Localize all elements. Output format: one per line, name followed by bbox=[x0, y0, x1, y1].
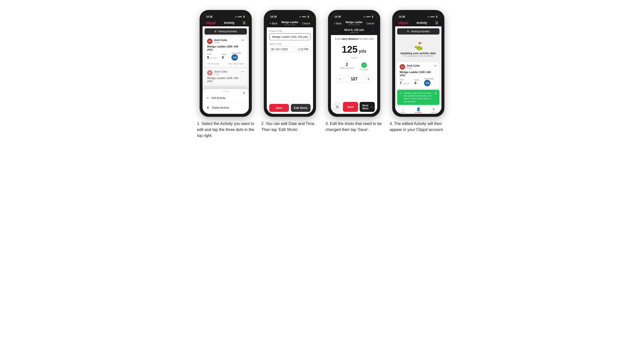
shot-score: Score 7/9 bbox=[344, 31, 364, 33]
shot-header: ← Shot 6, 125 yds Score 7/9 → bbox=[331, 27, 377, 35]
menu-icon-1[interactable]: ☰ bbox=[242, 21, 246, 25]
status-time-4: 14:38 bbox=[399, 15, 405, 18]
header-title-4: Activity bbox=[416, 21, 427, 25]
phones-row: 14:38 ▪▪▪ WiFi 🔋 clippd Activity ☰ bbox=[197, 10, 447, 139]
nav-title-2: Wedge Ladder bbox=[282, 21, 298, 24]
arrow-left-icon[interactable]: ← bbox=[334, 29, 338, 33]
signal-icon-3: ▪▪▪ bbox=[364, 16, 366, 18]
battery-icon-3: 🔋 bbox=[371, 16, 374, 18]
screen-content-4: ⚙ Viewing Activities ⛳ Updating your act… bbox=[395, 26, 442, 105]
status-icons-4: ▪▪▪ WiFi 🔋 bbox=[428, 16, 438, 18]
delete-activity-item[interactable]: 🗑 Delete Activity bbox=[202, 103, 249, 112]
edit-icon: ✏ bbox=[206, 96, 209, 100]
score-label-4: Score bbox=[400, 79, 409, 81]
wifi-icon-3: WiFi bbox=[366, 16, 370, 18]
nav-home[interactable]: ⌂ Home bbox=[395, 107, 410, 113]
phone-2: 14:38 ▪▪▪ WiFi 🔋 < Back Wedge Ladder 06 … bbox=[264, 10, 316, 117]
divider-4b bbox=[421, 79, 422, 85]
home-label: Home bbox=[401, 112, 405, 113]
card-footer-1: Test Information Data: Clippd Capture bbox=[207, 62, 244, 65]
phone-2-screen: 14:38 ▪▪▪ WiFi 🔋 < Back Wedge Ladder 06 … bbox=[267, 13, 313, 114]
status-time-3: 14:39 bbox=[334, 15, 341, 18]
viewing-banner-4: ⚙ Viewing Activities bbox=[397, 28, 440, 34]
cancel-btn-2[interactable]: Cancel bbox=[302, 22, 310, 25]
dots-btn-4[interactable]: ••• bbox=[434, 64, 437, 68]
practice-input[interactable] bbox=[269, 33, 310, 40]
filter-icon: ⚙ bbox=[214, 30, 216, 33]
sheet-close[interactable]: ✕ bbox=[242, 91, 245, 95]
back-btn-3[interactable]: < Back bbox=[334, 22, 342, 25]
wifi-icon: WiFi bbox=[238, 16, 242, 18]
score-value-4: 7 bbox=[400, 81, 402, 85]
card-header-4: JC Josh Coles Today ••• bbox=[400, 64, 437, 70]
time-part[interactable]: 1:13 PM bbox=[296, 46, 310, 52]
signal-icon: ▪▪▪ bbox=[235, 16, 238, 18]
arrow-right-icon[interactable]: → bbox=[370, 29, 374, 33]
signal-icon-2: ▪▪▪ bbox=[299, 16, 302, 18]
activity-card-4[interactable]: JC Josh Coles Today ••• Wedge Ladder (10… bbox=[397, 62, 440, 88]
datetime-label: Date & Time bbox=[269, 43, 310, 45]
plus-btn[interactable]: + bbox=[365, 75, 372, 83]
phone-4: 14:38 ▪▪▪ WiFi 🔋 clippd Activity ☰ bbox=[392, 10, 444, 117]
dots-btn-2[interactable]: ••• bbox=[241, 70, 244, 74]
save-btn-2[interactable]: Save bbox=[269, 104, 289, 112]
loading-subtitle: This may take a few moments. bbox=[403, 55, 434, 57]
user-date-2: Today bbox=[214, 73, 227, 75]
delete-shot-btn[interactable]: 🗑 bbox=[334, 102, 342, 112]
activity-card-1[interactable]: JC Josh Coles Today ••• Wedge Ladder (10… bbox=[204, 36, 247, 67]
caption-4: 4. The edited Activity will then appear … bbox=[390, 121, 447, 133]
capture-label: Capture bbox=[431, 112, 437, 113]
logo-4: clippd bbox=[398, 21, 408, 25]
counter-input[interactable] bbox=[346, 75, 363, 83]
loading-area: ⛳ Updating your activity data. This may … bbox=[395, 36, 442, 62]
save-shot-btn[interactable]: Save bbox=[343, 102, 358, 112]
shot-distance: 125 yds bbox=[331, 43, 377, 56]
next-arrow-icon: → bbox=[370, 105, 373, 108]
filter-icon-4: ⚙ bbox=[407, 30, 409, 33]
edit-activity-item[interactable]: ✏ Edit Activity bbox=[202, 94, 249, 102]
nav-subtitle-2: 06 Mar 2023 bbox=[282, 24, 298, 26]
sheet-divider bbox=[202, 103, 249, 103]
status-icons-3: ▪▪▪ WiFi 🔋 bbox=[364, 16, 374, 18]
user-info-2: JC Josh Coles Today bbox=[207, 70, 227, 76]
home-icon: ⌂ bbox=[402, 107, 404, 111]
battery-icon: 🔋 bbox=[243, 16, 245, 18]
phone-1-column: 14:38 ▪▪▪ WiFi 🔋 clippd Activity ☰ bbox=[197, 10, 254, 139]
date-year: 2023 bbox=[282, 48, 288, 51]
shot-input-row: − + bbox=[331, 73, 377, 86]
dots-btn-1[interactable]: ••• bbox=[241, 38, 244, 42]
back-btn-2[interactable]: < Back bbox=[270, 22, 278, 25]
distance-unit: yds bbox=[358, 49, 366, 54]
phone-3-column: 14:39 ▪▪▪ WiFi 🔋 < Back Wedge Ladder 06 … bbox=[326, 10, 383, 133]
nav-activities[interactable]: 👤 Activities bbox=[410, 107, 426, 113]
hit-target-icon: ✓ bbox=[361, 62, 367, 68]
menu-icon-4[interactable]: ☰ bbox=[435, 21, 438, 25]
edit-shots-btn[interactable]: Edit Shots bbox=[291, 104, 310, 112]
activities-label: Activities bbox=[415, 112, 422, 113]
avatar-4: JC bbox=[400, 64, 405, 70]
cancel-btn-3[interactable]: Cancel bbox=[366, 22, 374, 25]
delete-icon: 🗑 bbox=[206, 106, 210, 109]
phone-3-screen: 14:39 ▪▪▪ WiFi 🔋 < Back Wedge Ladder 06 … bbox=[331, 13, 377, 114]
date-month: 03 bbox=[276, 48, 279, 51]
activities-icon: 👤 bbox=[416, 107, 420, 111]
divider-4a bbox=[412, 79, 412, 85]
next-shot-btn[interactable]: Next Shot → bbox=[360, 102, 375, 112]
user-info-1: JC Josh Coles Today bbox=[207, 38, 227, 44]
nav-capture[interactable]: ⊕ Capture bbox=[426, 107, 442, 113]
distance-number: 125 bbox=[342, 44, 358, 55]
card-stats-1: Score 9 OUT OF Shots 9 bbox=[207, 52, 244, 61]
user-name-2: Josh Coles bbox=[214, 70, 227, 73]
success-close[interactable]: ✕ bbox=[434, 92, 437, 95]
divider-2 bbox=[229, 53, 229, 59]
avatar-1: JC bbox=[207, 38, 212, 44]
card-header-1: JC Josh Coles Today ••• bbox=[207, 38, 244, 44]
caption-3: 3. Edit the shots that need to be change… bbox=[326, 121, 383, 133]
shot-metrics: 2 Difference (yds) ✓ Hit Target bbox=[331, 60, 377, 73]
shots-value-4: 9 bbox=[414, 81, 419, 85]
date-part[interactable]: 06 / 03 / 2023 bbox=[269, 46, 294, 52]
activity-card-2[interactable]: JC Josh Coles Today ••• Wedge Ladder (10… bbox=[204, 68, 247, 86]
minus-btn[interactable]: − bbox=[336, 75, 344, 83]
time-value: 1:13 PM bbox=[298, 48, 308, 51]
user-info-4: JC Josh Coles Today bbox=[400, 64, 420, 70]
